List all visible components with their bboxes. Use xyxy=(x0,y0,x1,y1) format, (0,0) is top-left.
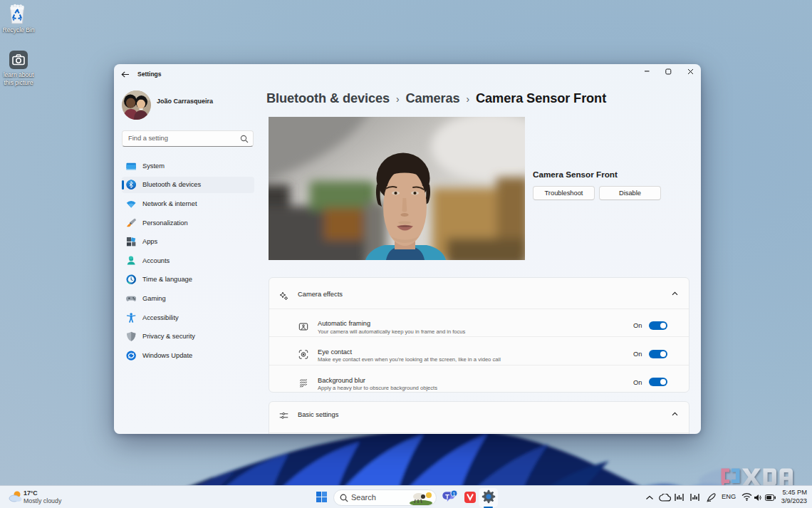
svg-text:1: 1 xyxy=(453,492,456,497)
